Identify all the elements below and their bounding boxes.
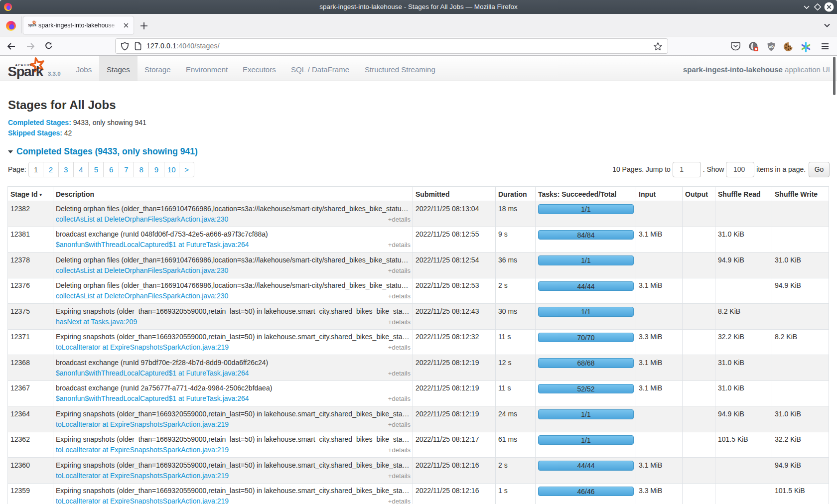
svg-text:Spark: Spark	[28, 23, 36, 27]
svg-text:uO: uO	[769, 45, 774, 48]
